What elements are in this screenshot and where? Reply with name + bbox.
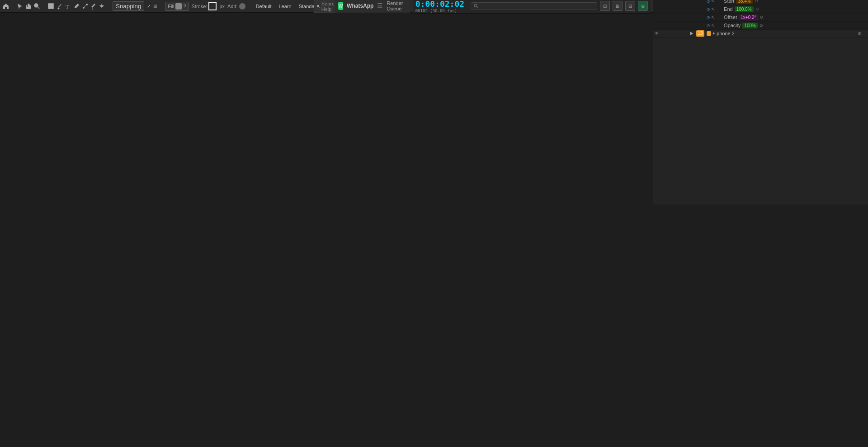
snapping-button[interactable]: Snapping — [113, 1, 144, 11]
timeline-toolbar: 0:00:02:02 00102 (50.00 fps) ⊡ ⊞ ⊟ ⊕ — [413, 0, 651, 14]
title-bar: W WhatsApp ☰ Render Queue — [335, 0, 410, 13]
timeline-search-icon — [474, 4, 478, 8]
prop-row: ◷ ∿ Start 38.4% ⊙ — [653, 0, 868, 5]
timeline-tool2-btn[interactable]: ⊞ — [613, 1, 623, 11]
svg-point-9 — [474, 4, 477, 7]
layers-panel: 👁 ◎ 🔒 ◈ # Source Name ⊞ ✦ ⊕ fx ⬡ ⊘ Mode … — [653, 0, 868, 204]
end-value[interactable]: 100.0% — [735, 6, 754, 12]
layer13-switches: ⊞ ✦ fx ⬡ — [853, 31, 868, 36]
end-stopwatch[interactable]: ◷ — [707, 7, 711, 11]
svg-rect-2 — [48, 4, 53, 9]
timeline-search-area — [467, 2, 597, 10]
add-control: Add: — [227, 3, 245, 10]
home-icon[interactable] — [3, 2, 9, 10]
cursor-tool-icon[interactable] — [17, 2, 23, 10]
svg-line-8 — [319, 6, 320, 7]
expand-arrows-icon[interactable]: Search Help — [324, 2, 332, 10]
app-name: WhatsApp — [347, 3, 373, 9]
app-icon: W — [338, 2, 343, 10]
pin-tool-icon[interactable] — [99, 2, 104, 10]
stroke-color-box[interactable] — [208, 2, 217, 10]
snap-grid-icon[interactable]: ⊞ — [153, 2, 157, 10]
timeline-search-box[interactable] — [471, 2, 597, 10]
default-button[interactable]: Default — [254, 3, 274, 10]
main-layout: 👁 ◎ 🔒 ◈ # Source Name ⊞ ✦ ⊕ fx ⬡ ⊘ Mode … — [653, 0, 868, 204]
fill-question: ? — [183, 4, 186, 9]
layer13-num: 13 — [694, 30, 707, 37]
stroke-opacity-label: Opacity — [723, 23, 741, 28]
timeline-tool4-btn[interactable]: ⊕ — [638, 1, 648, 11]
svg-text:T: T — [66, 4, 69, 10]
layer-row[interactable]: 👁 13 ✦ phone 2 ⊞ ✦ fx ⬡ Normal ⊙ No — [653, 30, 868, 38]
paint-bucket-icon[interactable] — [91, 2, 97, 10]
offset-value[interactable]: 1x+0.2° — [739, 14, 758, 20]
render-queue-label: Render Queue — [387, 0, 406, 11]
rect-tool-icon[interactable] — [48, 2, 54, 10]
svg-line-1 — [38, 7, 39, 9]
fill-label: Fill — [168, 4, 174, 9]
zoom-tool-icon[interactable] — [34, 2, 40, 10]
gradient-tool-icon[interactable] — [82, 2, 88, 10]
search-help-icon — [317, 4, 320, 9]
pen-tool-icon[interactable] — [57, 2, 62, 10]
layers-list: 👁 🔒 1 □ Null 1 ⊞ ✦ fx Normal — [653, 0, 868, 204]
hamburger-menu-icon[interactable]: ☰ — [377, 2, 383, 10]
prop-row: ◷ ∿ Offset 1x+0.2° ⊙ — [653, 14, 868, 22]
start-value[interactable]: 38.4% — [736, 0, 752, 4]
timeline-tool1-btn[interactable]: ⊡ — [600, 1, 610, 11]
start-stopwatch[interactable]: ◷ — [707, 0, 711, 3]
fill-button[interactable]: Fill ? — [165, 2, 189, 11]
stroke-opacity-stopwatch[interactable]: ◷ — [707, 24, 711, 28]
timecode-sub: 00102 (50.00 fps) — [415, 9, 464, 13]
timecode[interactable]: 0:00:02:02 — [415, 0, 464, 9]
svg-line-10 — [477, 7, 478, 8]
offset-label: Offset — [723, 14, 737, 20]
offset-stopwatch[interactable]: ◷ — [707, 15, 711, 19]
layer13-eye[interactable]: 👁 — [653, 30, 660, 37]
svg-point-7 — [317, 5, 319, 7]
stroke-px-label: px — [219, 4, 225, 9]
prop-row: ◷ ∿ Opacity 100% ⊙ — [653, 22, 868, 30]
hand-tool-icon[interactable] — [25, 2, 31, 10]
end-label: End — [723, 6, 733, 12]
layer13-expand[interactable] — [689, 31, 694, 36]
add-label: Add: — [227, 4, 238, 9]
prop-row: ◷ ∿ End 100.0% ⊙ — [653, 5, 868, 14]
stroke-opacity-value[interactable]: 100% — [742, 23, 758, 29]
top-menubar: T Snapping ↗ ⊞ Fill ? Stroke: px Add: De… — [0, 0, 868, 13]
layer13-color — [707, 31, 711, 36]
start-label: Start — [723, 0, 734, 4]
brush-tool-icon[interactable] — [74, 2, 80, 10]
learn-button[interactable]: Learn — [277, 3, 294, 10]
timeline-tool3-btn[interactable]: ⊟ — [625, 1, 635, 11]
svg-line-6 — [84, 5, 86, 7]
snap-arrow-icon[interactable]: ↗ — [147, 2, 151, 10]
stroke-control: Stroke: px — [192, 2, 225, 10]
stroke-label: Stroke: — [192, 4, 208, 9]
layer13-controls: 👁 — [653, 30, 689, 37]
timecode-display: 0:00:02:02 00102 (50.00 fps) — [415, 0, 464, 13]
svg-point-0 — [34, 4, 38, 7]
layer13-type-icon: ✦ — [712, 31, 716, 36]
fill-color-swatch — [175, 3, 182, 10]
text-tool-icon[interactable]: T — [65, 2, 71, 10]
add-circle-icon — [239, 3, 245, 10]
layer13-name: phone 2 — [716, 31, 853, 36]
